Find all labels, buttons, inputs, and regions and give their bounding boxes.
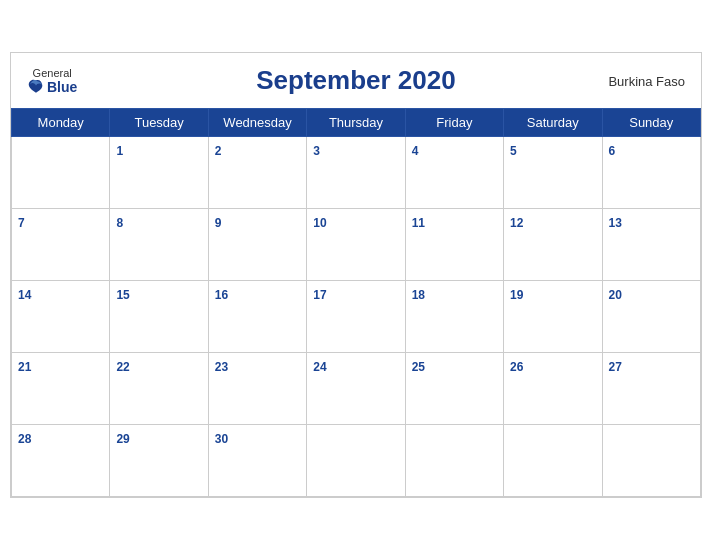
empty-cell-w5-d4 <box>307 425 405 497</box>
day-number-15: 15 <box>116 288 129 302</box>
day-cell-21: 21 <box>12 353 110 425</box>
day-number-17: 17 <box>313 288 326 302</box>
logo-bird-icon <box>27 78 45 94</box>
weekday-thursday: Thursday <box>307 109 405 137</box>
weekday-sunday: Sunday <box>602 109 700 137</box>
day-cell-3: 3 <box>307 137 405 209</box>
day-cell-9: 9 <box>208 209 306 281</box>
day-number-11: 11 <box>412 216 425 230</box>
weekday-friday: Friday <box>405 109 503 137</box>
day-cell-17: 17 <box>307 281 405 353</box>
weekday-wednesday: Wednesday <box>208 109 306 137</box>
weekday-header-row: Monday Tuesday Wednesday Thursday Friday… <box>12 109 701 137</box>
day-cell-19: 19 <box>504 281 602 353</box>
weekday-monday: Monday <box>12 109 110 137</box>
day-number-8: 8 <box>116 216 123 230</box>
day-cell-2: 2 <box>208 137 306 209</box>
day-number-28: 28 <box>18 432 31 446</box>
empty-cell-w5-d7 <box>602 425 700 497</box>
empty-cell-w5-d5 <box>405 425 503 497</box>
day-cell-29: 29 <box>110 425 208 497</box>
day-number-4: 4 <box>412 144 419 158</box>
day-number-3: 3 <box>313 144 320 158</box>
day-cell-30: 30 <box>208 425 306 497</box>
day-number-6: 6 <box>609 144 616 158</box>
day-cell-16: 16 <box>208 281 306 353</box>
day-cell-13: 13 <box>602 209 700 281</box>
day-cell-8: 8 <box>110 209 208 281</box>
day-number-25: 25 <box>412 360 425 374</box>
calendar-week-3: 14151617181920 <box>12 281 701 353</box>
day-cell-15: 15 <box>110 281 208 353</box>
day-cell-5: 5 <box>504 137 602 209</box>
day-cell-18: 18 <box>405 281 503 353</box>
day-cell-7: 7 <box>12 209 110 281</box>
day-number-23: 23 <box>215 360 228 374</box>
day-cell-10: 10 <box>307 209 405 281</box>
day-number-1: 1 <box>116 144 123 158</box>
day-number-29: 29 <box>116 432 129 446</box>
calendar-week-5: 282930 <box>12 425 701 497</box>
calendar-week-4: 21222324252627 <box>12 353 701 425</box>
day-number-9: 9 <box>215 216 222 230</box>
calendar-week-2: 78910111213 <box>12 209 701 281</box>
calendar-table: Monday Tuesday Wednesday Thursday Friday… <box>11 108 701 497</box>
day-cell-1: 1 <box>110 137 208 209</box>
day-number-16: 16 <box>215 288 228 302</box>
day-number-5: 5 <box>510 144 517 158</box>
day-cell-4: 4 <box>405 137 503 209</box>
day-number-14: 14 <box>18 288 31 302</box>
day-number-7: 7 <box>18 216 25 230</box>
logo-blue-text: Blue <box>27 78 77 94</box>
day-number-22: 22 <box>116 360 129 374</box>
day-number-30: 30 <box>215 432 228 446</box>
day-number-21: 21 <box>18 360 31 374</box>
day-cell-23: 23 <box>208 353 306 425</box>
day-number-2: 2 <box>215 144 222 158</box>
country-label: Burkina Faso <box>608 73 685 88</box>
day-number-24: 24 <box>313 360 326 374</box>
day-number-19: 19 <box>510 288 523 302</box>
day-cell-24: 24 <box>307 353 405 425</box>
day-number-27: 27 <box>609 360 622 374</box>
day-number-13: 13 <box>609 216 622 230</box>
weekday-tuesday: Tuesday <box>110 109 208 137</box>
calendar-title: September 2020 <box>256 65 455 96</box>
day-cell-11: 11 <box>405 209 503 281</box>
day-cell-6: 6 <box>602 137 700 209</box>
day-number-10: 10 <box>313 216 326 230</box>
day-number-20: 20 <box>609 288 622 302</box>
day-cell-14: 14 <box>12 281 110 353</box>
day-cell-27: 27 <box>602 353 700 425</box>
day-number-26: 26 <box>510 360 523 374</box>
day-number-18: 18 <box>412 288 425 302</box>
day-cell-22: 22 <box>110 353 208 425</box>
day-cell-12: 12 <box>504 209 602 281</box>
day-cell-28: 28 <box>12 425 110 497</box>
logo-general-text: General <box>33 67 72 78</box>
day-number-12: 12 <box>510 216 523 230</box>
empty-cell-w1-d1 <box>12 137 110 209</box>
logo: General Blue <box>27 67 77 94</box>
calendar: General Blue September 2020 Burkina Faso… <box>10 52 702 498</box>
day-cell-20: 20 <box>602 281 700 353</box>
weekday-saturday: Saturday <box>504 109 602 137</box>
day-cell-25: 25 <box>405 353 503 425</box>
calendar-week-1: 123456 <box>12 137 701 209</box>
day-cell-26: 26 <box>504 353 602 425</box>
empty-cell-w5-d6 <box>504 425 602 497</box>
calendar-header: General Blue September 2020 Burkina Faso <box>11 53 701 108</box>
